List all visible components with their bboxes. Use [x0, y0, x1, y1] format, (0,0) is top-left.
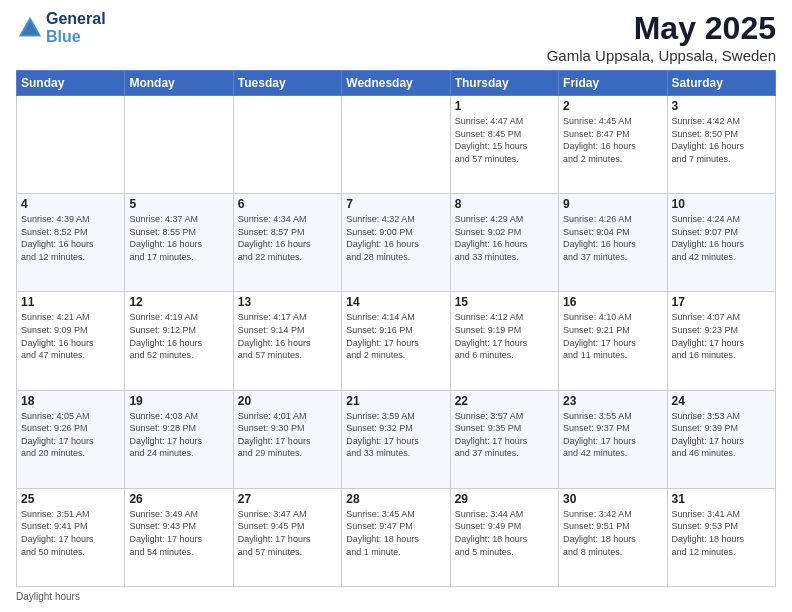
- calendar-cell: 29Sunrise: 3:44 AM Sunset: 9:49 PM Dayli…: [450, 488, 558, 586]
- day-number: 18: [21, 394, 120, 408]
- calendar-cell: 25Sunrise: 3:51 AM Sunset: 9:41 PM Dayli…: [17, 488, 125, 586]
- page: General Blue May 2025 Gamla Uppsala, Upp…: [0, 0, 792, 612]
- day-info: Sunrise: 3:59 AM Sunset: 9:32 PM Dayligh…: [346, 410, 445, 460]
- calendar-cell: 31Sunrise: 3:41 AM Sunset: 9:53 PM Dayli…: [667, 488, 775, 586]
- calendar-cell: 23Sunrise: 3:55 AM Sunset: 9:37 PM Dayli…: [559, 390, 667, 488]
- day-number: 1: [455, 99, 554, 113]
- calendar-cell: 16Sunrise: 4:10 AM Sunset: 9:21 PM Dayli…: [559, 292, 667, 390]
- day-number: 4: [21, 197, 120, 211]
- calendar-table: SundayMondayTuesdayWednesdayThursdayFrid…: [16, 70, 776, 587]
- day-info: Sunrise: 4:39 AM Sunset: 8:52 PM Dayligh…: [21, 213, 120, 263]
- day-info: Sunrise: 4:26 AM Sunset: 9:04 PM Dayligh…: [563, 213, 662, 263]
- day-info: Sunrise: 4:03 AM Sunset: 9:28 PM Dayligh…: [129, 410, 228, 460]
- week-row-2: 4Sunrise: 4:39 AM Sunset: 8:52 PM Daylig…: [17, 194, 776, 292]
- day-number: 11: [21, 295, 120, 309]
- footer-text: Daylight hours: [16, 591, 80, 602]
- day-info: Sunrise: 4:12 AM Sunset: 9:19 PM Dayligh…: [455, 311, 554, 361]
- day-number: 10: [672, 197, 771, 211]
- day-header-saturday: Saturday: [667, 71, 775, 96]
- day-header-wednesday: Wednesday: [342, 71, 450, 96]
- calendar-cell: 1Sunrise: 4:47 AM Sunset: 8:45 PM Daylig…: [450, 96, 558, 194]
- day-info: Sunrise: 4:34 AM Sunset: 8:57 PM Dayligh…: [238, 213, 337, 263]
- logo-icon: [16, 14, 44, 42]
- day-info: Sunrise: 3:49 AM Sunset: 9:43 PM Dayligh…: [129, 508, 228, 558]
- calendar-cell: 19Sunrise: 4:03 AM Sunset: 9:28 PM Dayli…: [125, 390, 233, 488]
- logo-text: General Blue: [46, 10, 106, 46]
- title-block: May 2025 Gamla Uppsala, Uppsala, Sweden: [547, 10, 776, 64]
- week-row-3: 11Sunrise: 4:21 AM Sunset: 9:09 PM Dayli…: [17, 292, 776, 390]
- day-header-tuesday: Tuesday: [233, 71, 341, 96]
- day-number: 5: [129, 197, 228, 211]
- calendar-cell: 10Sunrise: 4:24 AM Sunset: 9:07 PM Dayli…: [667, 194, 775, 292]
- day-number: 27: [238, 492, 337, 506]
- header: General Blue May 2025 Gamla Uppsala, Upp…: [16, 10, 776, 64]
- calendar-cell: [342, 96, 450, 194]
- day-number: 24: [672, 394, 771, 408]
- day-info: Sunrise: 3:53 AM Sunset: 9:39 PM Dayligh…: [672, 410, 771, 460]
- day-number: 31: [672, 492, 771, 506]
- day-info: Sunrise: 4:14 AM Sunset: 9:16 PM Dayligh…: [346, 311, 445, 361]
- day-header-monday: Monday: [125, 71, 233, 96]
- calendar-cell: 14Sunrise: 4:14 AM Sunset: 9:16 PM Dayli…: [342, 292, 450, 390]
- day-info: Sunrise: 3:45 AM Sunset: 9:47 PM Dayligh…: [346, 508, 445, 558]
- day-info: Sunrise: 3:41 AM Sunset: 9:53 PM Dayligh…: [672, 508, 771, 558]
- day-info: Sunrise: 3:55 AM Sunset: 9:37 PM Dayligh…: [563, 410, 662, 460]
- day-info: Sunrise: 4:37 AM Sunset: 8:55 PM Dayligh…: [129, 213, 228, 263]
- day-info: Sunrise: 4:10 AM Sunset: 9:21 PM Dayligh…: [563, 311, 662, 361]
- day-info: Sunrise: 3:57 AM Sunset: 9:35 PM Dayligh…: [455, 410, 554, 460]
- day-header-sunday: Sunday: [17, 71, 125, 96]
- logo: General Blue: [16, 10, 106, 46]
- calendar-cell: 5Sunrise: 4:37 AM Sunset: 8:55 PM Daylig…: [125, 194, 233, 292]
- day-info: Sunrise: 4:47 AM Sunset: 8:45 PM Dayligh…: [455, 115, 554, 165]
- calendar-cell: 12Sunrise: 4:19 AM Sunset: 9:12 PM Dayli…: [125, 292, 233, 390]
- day-number: 16: [563, 295, 662, 309]
- day-info: Sunrise: 3:47 AM Sunset: 9:45 PM Dayligh…: [238, 508, 337, 558]
- calendar-cell: 8Sunrise: 4:29 AM Sunset: 9:02 PM Daylig…: [450, 194, 558, 292]
- day-number: 19: [129, 394, 228, 408]
- calendar-cell: 26Sunrise: 3:49 AM Sunset: 9:43 PM Dayli…: [125, 488, 233, 586]
- day-number: 8: [455, 197, 554, 211]
- day-info: Sunrise: 4:07 AM Sunset: 9:23 PM Dayligh…: [672, 311, 771, 361]
- day-number: 13: [238, 295, 337, 309]
- subtitle: Gamla Uppsala, Uppsala, Sweden: [547, 47, 776, 64]
- calendar-cell: 13Sunrise: 4:17 AM Sunset: 9:14 PM Dayli…: [233, 292, 341, 390]
- calendar-cell: 24Sunrise: 3:53 AM Sunset: 9:39 PM Dayli…: [667, 390, 775, 488]
- week-row-1: 1Sunrise: 4:47 AM Sunset: 8:45 PM Daylig…: [17, 96, 776, 194]
- day-number: 23: [563, 394, 662, 408]
- day-number: 15: [455, 295, 554, 309]
- day-info: Sunrise: 3:51 AM Sunset: 9:41 PM Dayligh…: [21, 508, 120, 558]
- day-info: Sunrise: 4:21 AM Sunset: 9:09 PM Dayligh…: [21, 311, 120, 361]
- day-info: Sunrise: 4:05 AM Sunset: 9:26 PM Dayligh…: [21, 410, 120, 460]
- calendar-cell: 3Sunrise: 4:42 AM Sunset: 8:50 PM Daylig…: [667, 96, 775, 194]
- footer-note: Daylight hours: [16, 591, 776, 602]
- calendar-cell: 6Sunrise: 4:34 AM Sunset: 8:57 PM Daylig…: [233, 194, 341, 292]
- week-row-4: 18Sunrise: 4:05 AM Sunset: 9:26 PM Dayli…: [17, 390, 776, 488]
- day-info: Sunrise: 4:01 AM Sunset: 9:30 PM Dayligh…: [238, 410, 337, 460]
- main-title: May 2025: [547, 10, 776, 47]
- calendar-cell: 18Sunrise: 4:05 AM Sunset: 9:26 PM Dayli…: [17, 390, 125, 488]
- week-row-5: 25Sunrise: 3:51 AM Sunset: 9:41 PM Dayli…: [17, 488, 776, 586]
- day-number: 30: [563, 492, 662, 506]
- day-number: 21: [346, 394, 445, 408]
- day-info: Sunrise: 4:45 AM Sunset: 8:47 PM Dayligh…: [563, 115, 662, 165]
- calendar-cell: 22Sunrise: 3:57 AM Sunset: 9:35 PM Dayli…: [450, 390, 558, 488]
- calendar-cell: [125, 96, 233, 194]
- day-number: 9: [563, 197, 662, 211]
- day-number: 26: [129, 492, 228, 506]
- calendar-header-row: SundayMondayTuesdayWednesdayThursdayFrid…: [17, 71, 776, 96]
- day-number: 28: [346, 492, 445, 506]
- day-info: Sunrise: 4:17 AM Sunset: 9:14 PM Dayligh…: [238, 311, 337, 361]
- day-number: 14: [346, 295, 445, 309]
- calendar-cell: [233, 96, 341, 194]
- day-number: 7: [346, 197, 445, 211]
- day-info: Sunrise: 4:19 AM Sunset: 9:12 PM Dayligh…: [129, 311, 228, 361]
- day-info: Sunrise: 4:32 AM Sunset: 9:00 PM Dayligh…: [346, 213, 445, 263]
- calendar-cell: 17Sunrise: 4:07 AM Sunset: 9:23 PM Dayli…: [667, 292, 775, 390]
- day-header-friday: Friday: [559, 71, 667, 96]
- day-header-thursday: Thursday: [450, 71, 558, 96]
- day-info: Sunrise: 4:42 AM Sunset: 8:50 PM Dayligh…: [672, 115, 771, 165]
- day-number: 22: [455, 394, 554, 408]
- calendar-cell: 20Sunrise: 4:01 AM Sunset: 9:30 PM Dayli…: [233, 390, 341, 488]
- calendar-cell: 9Sunrise: 4:26 AM Sunset: 9:04 PM Daylig…: [559, 194, 667, 292]
- calendar-cell: [17, 96, 125, 194]
